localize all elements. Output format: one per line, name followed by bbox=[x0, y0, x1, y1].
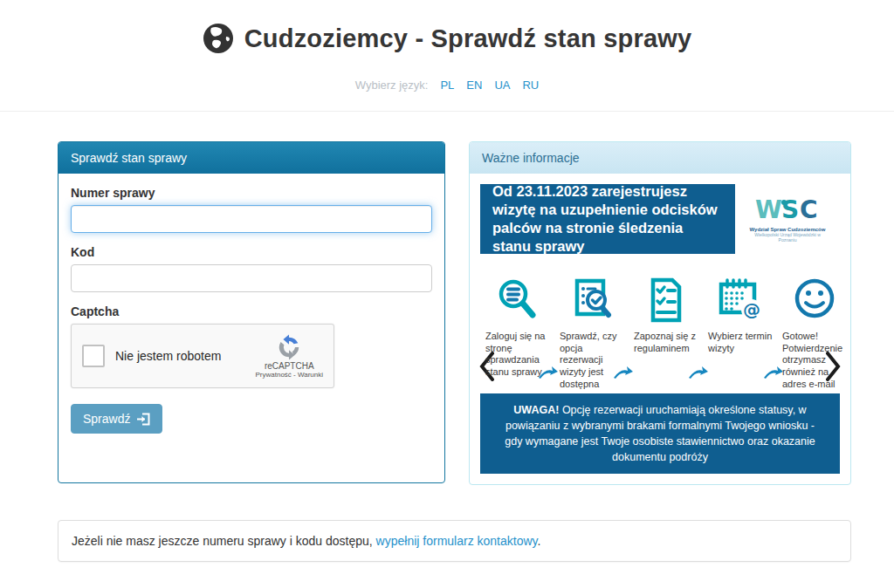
smiley-icon bbox=[791, 277, 838, 324]
check-submit-label: Sprawdź bbox=[83, 412, 130, 426]
flow-arrow-icon bbox=[538, 366, 559, 379]
check-status-form: Numer sprawy Kod Captcha Nie jestem robo… bbox=[58, 174, 444, 446]
step-terms: Zapoznaj się z regulaminem bbox=[634, 277, 698, 354]
fingerprints-banner: Od 23.11.2023 zarejestrujesz wizytę na u… bbox=[480, 184, 840, 254]
globe-icon bbox=[203, 23, 234, 54]
page-title: Cudzoziemcy - Sprawdź stan sprawy bbox=[244, 24, 692, 53]
search-status-icon bbox=[494, 277, 541, 324]
svg-text:S: S bbox=[781, 195, 799, 224]
warning-notice: UWAGA! Opcję rezerwacji uruchamiają okre… bbox=[480, 393, 840, 475]
fingerprints-banner-text-block: Od 23.11.2023 zarejestrujesz wizytę na u… bbox=[480, 184, 735, 254]
recaptcha-widget: Nie jestem robotem reCAPTCHA Prywatność … bbox=[71, 324, 334, 388]
warning-bold-label: UWAGA! bbox=[513, 404, 559, 416]
recaptcha-brand: reCAPTCHA Prywatność - Warunki bbox=[256, 334, 324, 379]
wsc-logo-office-name: Wielkopolski Urząd Wojewódzki w Poznaniu bbox=[748, 232, 827, 243]
contact-form-link[interactable]: wypełnij formularz kontaktowy bbox=[376, 534, 538, 548]
recaptcha-name: reCAPTCHA bbox=[265, 361, 314, 371]
svg-text:C: C bbox=[800, 195, 818, 224]
step-login: Zaloguj się na stronę sprawdzania stanu … bbox=[485, 277, 550, 379]
masthead: Cudzoziemcy - Sprawdź stan sprawy Wybier… bbox=[0, 0, 894, 112]
step-check-option-caption: Sprawdź, czy opcja rezerwacji wizyty jes… bbox=[560, 331, 624, 390]
check-status-panel: Sprawdź stan sprawy Numer sprawy Kod Cap… bbox=[58, 141, 445, 483]
recaptcha-logo-icon bbox=[276, 334, 302, 360]
captcha-label: Captcha bbox=[71, 304, 432, 318]
main-content: Sprawdź stan sprawy Numer sprawy Kod Cap… bbox=[58, 141, 851, 485]
sign-in-icon bbox=[136, 413, 150, 426]
important-info-title: Ważne informacje bbox=[470, 142, 850, 174]
step-pick-date: @ Wybierz termin wizyty bbox=[708, 277, 773, 354]
header-divider bbox=[0, 111, 894, 112]
wsc-logo: W S C Wydział Spraw Cudzoziemców Wielkop… bbox=[735, 184, 840, 254]
flow-arrow-icon bbox=[763, 366, 784, 379]
wsc-logo-icon: W S C bbox=[755, 195, 820, 225]
important-info-body: Od 23.11.2023 zarejestrujesz wizytę na u… bbox=[470, 174, 850, 484]
language-link-en[interactable]: EN bbox=[466, 79, 482, 92]
contact-note-suffix: . bbox=[538, 534, 541, 548]
language-link-ua[interactable]: UA bbox=[494, 79, 510, 92]
language-link-ru[interactable]: RU bbox=[522, 79, 539, 92]
check-reservation-icon bbox=[568, 277, 615, 324]
contact-note-text: Jeżeli nie masz jeszcze numeru sprawy i … bbox=[72, 534, 376, 548]
language-label: Wybierz język: bbox=[355, 79, 429, 92]
fingerprints-banner-text: Od 23.11.2023 zarejestrujesz wizytę na u… bbox=[492, 182, 723, 256]
code-label: Kod bbox=[71, 245, 432, 259]
recaptcha-terms-links[interactable]: Prywatność - Warunki bbox=[256, 371, 324, 379]
calendar-email-icon: @ bbox=[717, 277, 764, 324]
terms-checklist-icon bbox=[643, 277, 690, 324]
case-number-label: Numer sprawy bbox=[71, 186, 432, 200]
carousel-next-icon[interactable] bbox=[824, 352, 842, 381]
check-status-panel-title: Sprawdź stan sprawy bbox=[58, 142, 444, 174]
step-terms-caption: Zapoznaj się z regulaminem bbox=[634, 331, 698, 354]
recaptcha-checkbox-label: Nie jestem robotem bbox=[115, 349, 221, 363]
language-selector: Wybierz język: PL EN UA RU bbox=[0, 79, 894, 92]
recaptcha-checkbox[interactable] bbox=[82, 345, 105, 367]
important-info-panel: Ważne informacje Od 23.11.2023 zarejestr… bbox=[469, 141, 851, 485]
check-submit-button[interactable]: Sprawdź bbox=[71, 404, 162, 434]
contact-note: Jeżeli nie masz jeszcze numeru sprawy i … bbox=[58, 520, 851, 562]
step-pick-date-caption: Wybierz termin wizyty bbox=[708, 331, 773, 354]
flow-arrow-icon bbox=[688, 366, 709, 379]
case-number-input[interactable] bbox=[71, 205, 432, 233]
flow-arrow-icon bbox=[613, 366, 634, 379]
svg-text:W: W bbox=[755, 195, 782, 224]
language-link-pl[interactable]: PL bbox=[440, 79, 454, 92]
code-input[interactable] bbox=[71, 264, 432, 292]
svg-text:@: @ bbox=[743, 299, 760, 320]
